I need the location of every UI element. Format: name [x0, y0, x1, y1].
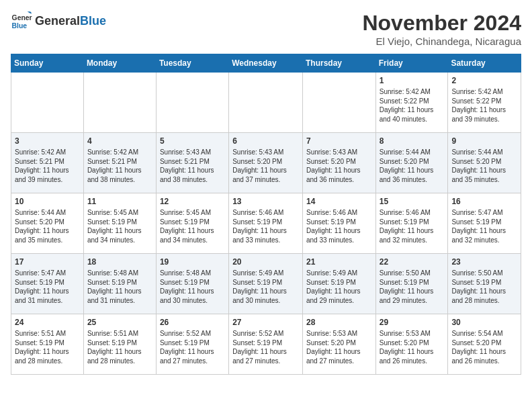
header-wednesday: Wednesday: [229, 54, 303, 73]
cell-content: Sunrise: 5:51 AM Sunset: 5:19 PM Dayligh…: [87, 329, 152, 365]
table-row: 21Sunrise: 5:49 AM Sunset: 5:19 PM Dayli…: [302, 254, 375, 314]
cell-content: Sunrise: 5:51 AM Sunset: 5:19 PM Dayligh…: [15, 329, 80, 365]
table-row: 15Sunrise: 5:46 AM Sunset: 5:19 PM Dayli…: [375, 193, 448, 254]
day-number: 12: [160, 196, 225, 207]
table-row: 8Sunrise: 5:44 AM Sunset: 5:20 PM Daylig…: [375, 133, 448, 193]
day-number: 11: [87, 196, 152, 207]
cell-content: Sunrise: 5:53 AM Sunset: 5:20 PM Dayligh…: [306, 329, 372, 365]
cell-content: Sunrise: 5:44 AM Sunset: 5:20 PM Dayligh…: [451, 148, 517, 184]
calendar-week-row: 10Sunrise: 5:44 AM Sunset: 5:20 PM Dayli…: [11, 193, 521, 254]
table-row: 16Sunrise: 5:47 AM Sunset: 5:19 PM Dayli…: [448, 193, 521, 254]
table-row: 27Sunrise: 5:52 AM Sunset: 5:19 PM Dayli…: [229, 314, 303, 375]
header-tuesday: Tuesday: [156, 54, 228, 73]
table-row: 26Sunrise: 5:52 AM Sunset: 5:19 PM Dayli…: [156, 314, 228, 375]
table-row: 24Sunrise: 5:51 AM Sunset: 5:19 PM Dayli…: [11, 314, 84, 375]
svg-text:General: General: [12, 14, 32, 21]
cell-content: Sunrise: 5:46 AM Sunset: 5:19 PM Dayligh…: [232, 208, 299, 244]
table-row: [229, 73, 303, 133]
cell-content: Sunrise: 5:49 AM Sunset: 5:19 PM Dayligh…: [232, 269, 299, 305]
day-number: 27: [232, 317, 299, 328]
day-number: 25: [87, 317, 152, 328]
cell-content: Sunrise: 5:42 AM Sunset: 5:21 PM Dayligh…: [87, 148, 152, 184]
cell-content: Sunrise: 5:50 AM Sunset: 5:19 PM Dayligh…: [451, 269, 517, 305]
svg-marker-2: [28, 11, 32, 13]
cell-content: Sunrise: 5:48 AM Sunset: 5:19 PM Dayligh…: [160, 269, 225, 305]
header: General Blue GeneralBlue November 2024 E…: [11, 11, 521, 47]
cell-content: Sunrise: 5:48 AM Sunset: 5:19 PM Dayligh…: [87, 269, 152, 305]
cell-content: Sunrise: 5:42 AM Sunset: 5:21 PM Dayligh…: [15, 148, 80, 184]
cell-content: Sunrise: 5:45 AM Sunset: 5:19 PM Dayligh…: [87, 208, 152, 244]
day-number: 5: [160, 136, 225, 146]
table-row: 17Sunrise: 5:47 AM Sunset: 5:19 PM Dayli…: [11, 254, 84, 314]
day-number: 15: [380, 196, 445, 207]
table-row: 29Sunrise: 5:53 AM Sunset: 5:20 PM Dayli…: [375, 314, 448, 375]
logo: General Blue GeneralBlue: [11, 11, 106, 32]
cell-content: Sunrise: 5:52 AM Sunset: 5:19 PM Dayligh…: [232, 329, 299, 365]
day-number: 2: [451, 75, 517, 86]
table-row: 1Sunrise: 5:42 AM Sunset: 5:22 PM Daylig…: [375, 73, 448, 133]
header-saturday: Saturday: [448, 54, 521, 73]
day-number: 17: [15, 257, 80, 267]
table-row: 25Sunrise: 5:51 AM Sunset: 5:19 PM Dayli…: [83, 314, 156, 375]
calendar-header-row: Sunday Monday Tuesday Wednesday Thursday…: [11, 54, 521, 73]
table-row: 20Sunrise: 5:49 AM Sunset: 5:19 PM Dayli…: [229, 254, 303, 314]
calendar-week-row: 1Sunrise: 5:42 AM Sunset: 5:22 PM Daylig…: [11, 73, 521, 133]
table-row: 12Sunrise: 5:45 AM Sunset: 5:19 PM Dayli…: [156, 193, 228, 254]
day-number: 23: [451, 257, 517, 267]
day-number: 30: [451, 317, 517, 328]
table-row: 9Sunrise: 5:44 AM Sunset: 5:20 PM Daylig…: [448, 133, 521, 193]
day-number: 18: [87, 257, 152, 267]
table-row: 19Sunrise: 5:48 AM Sunset: 5:19 PM Dayli…: [156, 254, 228, 314]
table-row: 11Sunrise: 5:45 AM Sunset: 5:19 PM Dayli…: [83, 193, 156, 254]
cell-content: Sunrise: 5:42 AM Sunset: 5:22 PM Dayligh…: [451, 87, 517, 124]
table-row: 10Sunrise: 5:44 AM Sunset: 5:20 PM Dayli…: [11, 193, 84, 254]
table-row: 18Sunrise: 5:48 AM Sunset: 5:19 PM Dayli…: [83, 254, 156, 314]
table-row: [156, 73, 228, 133]
table-row: 22Sunrise: 5:50 AM Sunset: 5:19 PM Dayli…: [375, 254, 448, 314]
table-row: 2Sunrise: 5:42 AM Sunset: 5:22 PM Daylig…: [448, 73, 521, 133]
header-monday: Monday: [83, 54, 156, 73]
cell-content: Sunrise: 5:42 AM Sunset: 5:22 PM Dayligh…: [380, 87, 445, 124]
day-number: 21: [306, 257, 372, 267]
day-number: 9: [451, 136, 517, 146]
table-row: 13Sunrise: 5:46 AM Sunset: 5:19 PM Dayli…: [229, 193, 303, 254]
day-number: 19: [160, 257, 225, 267]
location: El Viejo, Chinandega, Nicaragua: [362, 36, 521, 47]
day-number: 8: [380, 136, 445, 146]
day-number: 4: [87, 136, 152, 146]
svg-text:Blue: Blue: [12, 22, 28, 30]
day-number: 1: [380, 75, 445, 86]
calendar-table: Sunday Monday Tuesday Wednesday Thursday…: [11, 54, 521, 375]
table-row: 5Sunrise: 5:43 AM Sunset: 5:21 PM Daylig…: [156, 133, 228, 193]
day-number: 6: [232, 136, 299, 146]
table-row: 7Sunrise: 5:43 AM Sunset: 5:20 PM Daylig…: [302, 133, 375, 193]
calendar-week-row: 3Sunrise: 5:42 AM Sunset: 5:21 PM Daylig…: [11, 133, 521, 193]
logo-icon: General Blue: [11, 11, 32, 32]
day-number: 22: [380, 257, 445, 267]
day-number: 3: [15, 136, 80, 146]
table-row: 14Sunrise: 5:46 AM Sunset: 5:19 PM Dayli…: [302, 193, 375, 254]
cell-content: Sunrise: 5:49 AM Sunset: 5:19 PM Dayligh…: [306, 269, 372, 305]
cell-content: Sunrise: 5:45 AM Sunset: 5:19 PM Dayligh…: [160, 208, 225, 244]
table-row: 6Sunrise: 5:43 AM Sunset: 5:20 PM Daylig…: [229, 133, 303, 193]
day-number: 29: [380, 317, 445, 328]
table-row: 28Sunrise: 5:53 AM Sunset: 5:20 PM Dayli…: [302, 314, 375, 375]
header-sunday: Sunday: [11, 54, 84, 73]
table-row: [83, 73, 156, 133]
day-number: 16: [451, 196, 517, 207]
table-row: [302, 73, 375, 133]
calendar-week-row: 17Sunrise: 5:47 AM Sunset: 5:19 PM Dayli…: [11, 254, 521, 314]
table-row: 30Sunrise: 5:54 AM Sunset: 5:20 PM Dayli…: [448, 314, 521, 375]
cell-content: Sunrise: 5:52 AM Sunset: 5:19 PM Dayligh…: [160, 329, 225, 365]
day-number: 20: [232, 257, 299, 267]
month-title: November 2024: [362, 11, 521, 36]
cell-content: Sunrise: 5:43 AM Sunset: 5:20 PM Dayligh…: [232, 148, 299, 184]
cell-content: Sunrise: 5:43 AM Sunset: 5:20 PM Dayligh…: [306, 148, 372, 184]
header-friday: Friday: [375, 54, 448, 73]
title-section: November 2024 El Viejo, Chinandega, Nica…: [362, 11, 521, 47]
cell-content: Sunrise: 5:50 AM Sunset: 5:19 PM Dayligh…: [380, 269, 445, 305]
day-number: 24: [15, 317, 80, 328]
cell-content: Sunrise: 5:54 AM Sunset: 5:20 PM Dayligh…: [451, 329, 517, 365]
logo-blue-text: Blue: [80, 14, 106, 28]
cell-content: Sunrise: 5:47 AM Sunset: 5:19 PM Dayligh…: [451, 208, 517, 244]
